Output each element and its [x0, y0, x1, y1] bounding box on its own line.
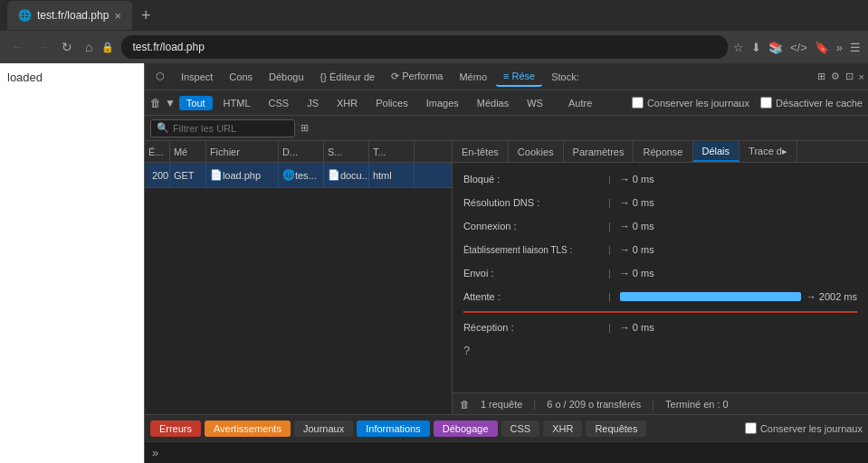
bookmark-icon[interactable]: ☆: [733, 41, 744, 54]
extensions-icon[interactable]: </>: [790, 41, 807, 54]
filter-tab-other[interactable]: Autre: [561, 96, 599, 110]
devtools-tab-perf[interactable]: ⟳ Performa: [384, 67, 450, 86]
timing-bar-attente: | → 2002 ms: [608, 291, 857, 302]
main-layout: loaded ⬡ Inspect Cons Débogu {} Éditeur …: [0, 63, 868, 463]
preserve-logs-checkbox[interactable]: [632, 97, 644, 109]
detail-tab-timing[interactable]: Délais: [693, 141, 740, 162]
devtools-grid-icon[interactable]: ⊞: [817, 71, 825, 82]
devtools-network: 🗑 ▼ Tout HTML CSS JS XHR Polices Images …: [145, 90, 868, 463]
console-tab-journaux[interactable]: Journaux: [294, 420, 353, 437]
devtools-close-button[interactable]: ×: [859, 71, 864, 82]
devtools-tab-memo[interactable]: Mémo: [452, 68, 494, 86]
timing-value-attente: → 2002 ms: [806, 291, 857, 302]
new-tab-button[interactable]: +: [136, 5, 157, 27]
console-tab-debogage[interactable]: Débogage: [434, 420, 498, 437]
filter-tab-polices[interactable]: Polices: [368, 96, 415, 110]
menu-icon[interactable]: ☰: [850, 41, 861, 54]
preserve-logs-label[interactable]: Conserver les journaux: [632, 97, 749, 109]
timing-value-connexion: → 0 ms: [620, 221, 654, 232]
network-table: É... Mé Fichier D... S...: [145, 141, 868, 414]
detail-tab-cookies[interactable]: Cookies: [509, 141, 564, 162]
nav-home-button[interactable]: ⌂: [81, 38, 96, 56]
timing-label-reception: Réception :: [463, 322, 608, 333]
tab-close-button[interactable]: ×: [114, 9, 121, 23]
console-tab-avertissements[interactable]: Avertissements: [205, 420, 291, 437]
devtools-tab-debug[interactable]: Débogu: [262, 68, 311, 86]
sync-icon[interactable]: 🔖: [815, 41, 829, 54]
filter-tab-medias[interactable]: Médias: [470, 96, 516, 110]
timing-row-envoi: Envoi : | → 0 ms: [463, 264, 857, 282]
td-method: GET: [170, 163, 206, 187]
nav-forward-button[interactable]: →: [33, 38, 52, 56]
filter-tab-css[interactable]: CSS: [262, 96, 297, 110]
console-tab-requetes[interactable]: Requêtes: [586, 420, 646, 437]
table-header: É... Mé Fichier D... S...: [145, 141, 452, 163]
console-tab-xhr[interactable]: XHR: [543, 420, 582, 437]
filter-tab-ws[interactable]: WS: [520, 96, 550, 110]
timing-value-reception: → 0 ms: [620, 322, 654, 333]
file-icon: 📄: [210, 169, 223, 181]
console-prompt-icon: »: [152, 446, 158, 459]
page-loaded-text: loaded: [7, 71, 43, 84]
disable-cache-label[interactable]: Désactiver le cache: [760, 97, 863, 109]
more-icon[interactable]: »: [836, 41, 843, 54]
timing-bar-bloque: | → 0 ms: [608, 174, 857, 184]
detail-tab-response[interactable]: Réponse: [634, 141, 692, 162]
table-row[interactable]: 200 GET 📄 load.php 🌐 tes...: [145, 163, 452, 188]
console-right: Conserver les journaux: [745, 422, 863, 434]
filter-icon[interactable]: ▼: [165, 97, 176, 109]
domain-icon1: 🌐: [282, 169, 295, 181]
timing-help-icon[interactable]: ?: [463, 344, 857, 357]
nav-back-button[interactable]: ←: [7, 38, 27, 56]
timing-bar-fill-attente: [620, 292, 801, 301]
library-icon[interactable]: 📚: [768, 41, 783, 54]
url-filter-input[interactable]: [173, 123, 281, 134]
detail-tab-trace[interactable]: Trace d▸: [739, 141, 797, 162]
console-tab-css[interactable]: CSS: [501, 420, 540, 437]
devtools-tab-inspect[interactable]: Inspect: [174, 68, 220, 86]
filter-tab-js[interactable]: JS: [300, 96, 326, 110]
domain-icon2: 📄: [328, 169, 340, 181]
console-tab-erreurs[interactable]: Erreurs: [150, 420, 201, 437]
detail-tab-headers[interactable]: En-têtes: [453, 141, 509, 162]
th-size: S...: [324, 141, 369, 162]
nav-refresh-button[interactable]: ↻: [58, 38, 76, 56]
timing-value-dns: → 0 ms: [620, 197, 654, 208]
console-prompt-row: »: [145, 441, 868, 463]
timing-row-attente: Attente : | → 2002 ms: [463, 288, 857, 306]
filter-tab-xhr[interactable]: XHR: [329, 96, 365, 110]
timing-bar-connexion: | → 0 ms: [608, 221, 857, 232]
disable-cache-checkbox[interactable]: [760, 97, 772, 109]
th-time: T...: [369, 141, 415, 162]
timing-bar-dns: | → 0 ms: [608, 197, 857, 208]
devtools-tab-storage[interactable]: Stock:: [544, 68, 587, 86]
timing-bar-reception: | → 0 ms: [608, 322, 857, 333]
filter-tab-tout[interactable]: Tout: [179, 96, 213, 110]
address-input[interactable]: [121, 35, 728, 59]
filter-tab-images[interactable]: Images: [419, 96, 466, 110]
timing-bar-envoi: | → 0 ms: [608, 268, 857, 279]
devtools-responsive-icon[interactable]: ⊡: [845, 71, 854, 82]
clear-network-button[interactable]: 🗑: [150, 97, 161, 109]
devtools-tab-network[interactable]: ≡ Rése: [496, 67, 542, 87]
console-preserve-label[interactable]: Conserver les journaux: [745, 422, 863, 434]
page-content: loaded: [0, 63, 144, 463]
timing-row-connexion: Connexion : | → 0 ms: [463, 217, 857, 235]
devtools-pointer-icon[interactable]: ⬡: [148, 67, 172, 86]
devtools-settings-icon[interactable]: ⚙: [831, 71, 840, 82]
console-preserve-checkbox[interactable]: [745, 422, 757, 434]
expand-filter-button[interactable]: ⊞: [300, 122, 309, 134]
devtools-tab-editor[interactable]: {} Éditeur de: [313, 68, 383, 86]
devtools-tab-console[interactable]: Cons: [222, 68, 260, 86]
active-tab[interactable]: 🌐 test.fr/load.php ×: [7, 1, 132, 30]
timing-label-tls: Établissement liaison TLS :: [463, 244, 608, 255]
timing-bar-bg-attente: [620, 292, 801, 301]
console-tab-informations[interactable]: Informations: [357, 420, 430, 437]
clear-status-button[interactable]: 🗑: [460, 399, 470, 410]
td-domain2: 📄 docu...: [324, 163, 369, 187]
filter-search-icon: 🔍: [157, 122, 169, 134]
timing-divider: [463, 311, 857, 313]
detail-tab-params[interactable]: Paramètres: [564, 141, 634, 162]
download-icon[interactable]: ⬇: [751, 41, 761, 54]
filter-tab-html[interactable]: HTML: [216, 96, 258, 110]
